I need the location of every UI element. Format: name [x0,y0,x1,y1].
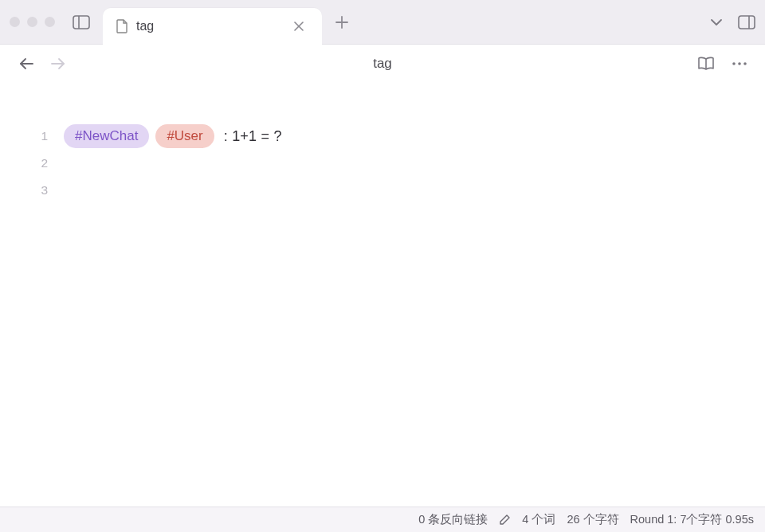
new-tab-button[interactable] [327,7,357,37]
nav-forward-button[interactable] [48,53,69,74]
editor-line[interactable] [64,177,765,204]
tag-pill-newchat[interactable]: #NewChat [64,124,149,148]
status-word-count[interactable]: 4 个词 [522,512,555,527]
window-traffic-lights [10,17,55,27]
tab-title: tag [136,19,293,33]
nav-back-button[interactable] [16,53,37,74]
page-title: tag [373,56,392,72]
status-round-info[interactable]: Round 1: 7个字符 0.95s [630,512,754,527]
editor-content[interactable]: #NewChat #User : 1+1 = ? [64,123,765,507]
edit-mode-icon[interactable] [499,514,511,526]
line-number: 2 [0,150,48,177]
svg-point-12 [738,62,741,65]
traffic-light-close[interactable] [10,17,20,27]
editor[interactable]: 1 2 3 #NewChat #User : 1+1 = ? [0,83,765,507]
svg-rect-0 [73,16,89,29]
file-icon [116,19,128,33]
editor-line[interactable]: #NewChat #User : 1+1 = ? [64,123,765,150]
svg-rect-6 [739,16,755,29]
line-text[interactable]: : 1+1 = ? [224,123,282,150]
more-menu-icon[interactable] [728,53,751,75]
right-sidebar-toggle-icon[interactable] [735,10,759,34]
reading-mode-icon[interactable] [695,53,717,75]
line-number: 1 [0,123,48,150]
left-sidebar-toggle-icon[interactable] [69,10,93,34]
tab-active[interactable]: tag [103,8,322,45]
svg-point-13 [743,62,747,65]
line-number: 3 [0,177,48,204]
status-char-count[interactable]: 26 个字符 [567,512,618,527]
tag-pill-user[interactable]: #User [155,124,214,148]
toolbar: tag [0,45,765,83]
editor-line[interactable] [64,150,765,177]
svg-point-11 [732,62,736,65]
titlebar: tag [0,0,765,45]
tab-overflow-chevron-down-icon[interactable] [704,10,728,34]
line-number-gutter: 1 2 3 [0,123,64,507]
statusbar: 0 条反向链接 4 个词 26 个字符 Round 1: 7个字符 0.95s [0,507,765,532]
status-backlinks[interactable]: 0 条反向链接 [418,512,488,527]
tab-close-icon[interactable] [293,21,311,32]
traffic-light-zoom[interactable] [45,17,55,27]
traffic-light-minimize[interactable] [27,17,37,27]
